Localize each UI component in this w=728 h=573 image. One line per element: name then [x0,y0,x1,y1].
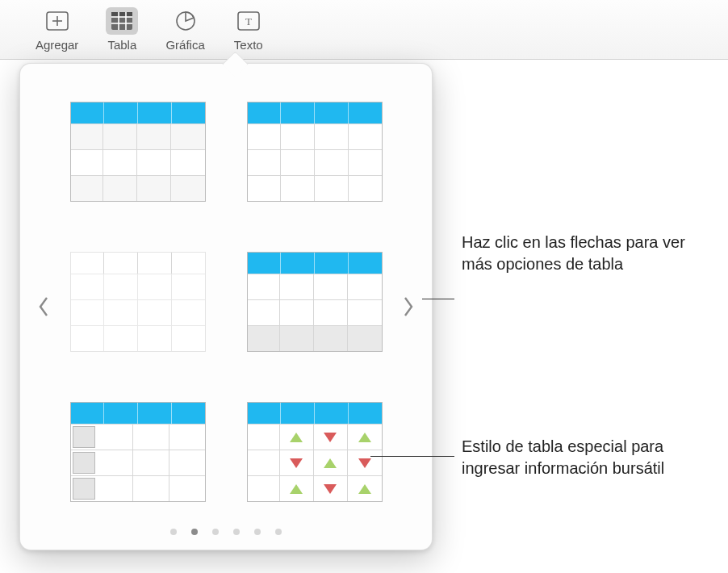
stock-up-icon [358,433,371,442]
table-style-blue-alt[interactable] [70,102,206,202]
pager-dot[interactable] [254,529,261,535]
table-style-header-footer[interactable] [247,252,383,352]
table-style-row-headers[interactable] [70,402,206,502]
toolbar-label: Agregar [36,38,78,52]
stock-down-icon [324,433,337,442]
toolbar-item-text[interactable]: T Texto [229,6,268,53]
toolbar-item-chart[interactable]: Gráfica [162,6,207,53]
svg-rect-4 [111,12,132,17]
table-styles-popover [19,63,433,550]
table-styles-grid [69,94,383,509]
stock-up-icon [324,458,337,468]
pager-dot[interactable] [212,529,219,535]
stock-down-icon [358,458,371,468]
pie-icon [169,7,202,35]
table-style-borderless[interactable] [70,252,206,352]
table-style-stock[interactable] [247,402,383,502]
svg-text:T: T [245,15,252,27]
toolbar-label: Texto [234,38,263,52]
callout-line [422,299,454,299]
toolbar-item-table[interactable]: Tabla [103,6,141,53]
stock-up-icon [290,484,303,494]
toolbar-item-add[interactable]: Agregar [32,6,82,53]
stock-up-icon [358,484,371,494]
prev-page-arrow[interactable] [31,291,56,323]
stock-down-icon [290,458,303,468]
pager [20,529,432,535]
stock-up-icon [290,433,303,442]
callout-stock-hint: Estilo de tabla especial para ingresar i… [462,436,704,479]
pager-dot[interactable] [275,529,282,535]
pager-dot[interactable] [233,529,240,535]
callout-arrows-hint: Haz clic en las flechas para ver más opc… [462,232,704,275]
pager-dot[interactable] [170,529,177,535]
stock-down-icon [324,484,337,494]
plus-box-icon [41,7,73,35]
pager-dot[interactable] [191,529,198,535]
text-box-icon: T [232,7,265,35]
callout-line [370,456,454,457]
next-page-arrow[interactable] [396,291,420,323]
table-style-blue-plain[interactable] [247,102,383,202]
toolbar: Agregar Tabla Gráfica T Texto [0,0,728,60]
toolbar-label: Gráfica [165,38,204,52]
table-grid-icon [106,7,138,35]
toolbar-label: Tabla [107,38,136,52]
